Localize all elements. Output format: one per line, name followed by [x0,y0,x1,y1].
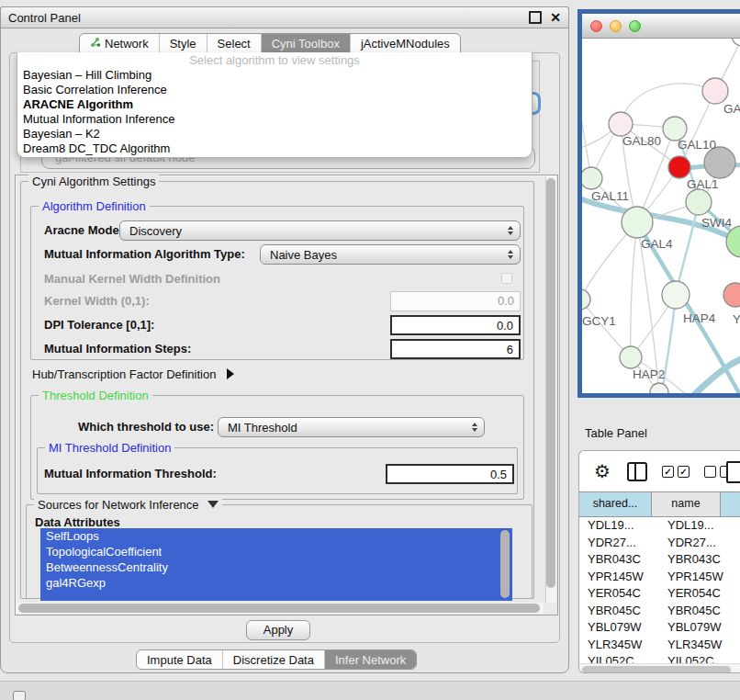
kernel-width-field[interactable]: 0.0 [390,291,521,311]
algorithm-option-dream8-dc-tdc-algorithm[interactable]: Dream8 DC_TDC Algorithm [17,141,532,156]
manual-kernel-checkbox[interactable] [501,273,512,284]
network-node[interactable] [662,281,690,309]
table-row[interactable]: YER054CYER054C8. [579,585,740,603]
table-cell: YPR145W [659,569,735,586]
algorithm-option-aracne-algorithm[interactable]: ARACNE Algorithm [17,97,532,112]
table-row[interactable]: YBR045CYBR045C9. [579,603,740,620]
dpi-tolerance-field[interactable]: 0.0 [390,315,521,335]
float-window-icon[interactable] [529,11,542,24]
settings-gear-icon[interactable]: ⚙ [594,462,611,480]
table-row[interactable]: YDL19...YDL19...13 [579,517,740,535]
algorithm-option-mutual-information-inference[interactable]: Mutual Information Inference [17,112,532,127]
close-icon[interactable]: ✕ [550,13,561,22]
horizontal-scrollbar-thumb[interactable] [18,604,540,613]
checked-box-icon: ✓ [662,466,674,478]
node-label-gal80: GAL80 [622,134,661,148]
tab-impute-data[interactable]: Impute Data [137,650,222,669]
column-header-2[interactable] [721,492,740,516]
network-node[interactable] [582,167,602,189]
mi-steps-field[interactable]: 6 [390,339,521,359]
network-canvas[interactable]: GALGAL80GAL10GAL1GAL11SWI4GAL4GCY1HAP4YH… [582,39,740,393]
panel-toggle-icon[interactable] [13,691,26,700]
which-threshold-combo[interactable]: MI Threshold [218,417,485,437]
network-node[interactable] [686,189,712,215]
table-cell: 9 [735,653,740,663]
expanded-arrow-icon[interactable] [207,501,219,508]
column-header-name[interactable]: name [652,492,721,516]
table-cell: 8. [735,585,740,603]
algorithm-option-bayesian-hill-climbing[interactable]: Bayesian – Hill Climbing [17,68,532,83]
network-node[interactable] [723,283,740,307]
network-node[interactable] [732,39,740,46]
network-node[interactable] [609,112,633,136]
node-label-gal11: GAL11 [591,189,629,203]
aracne-mode-combo[interactable]: Discovery [119,220,521,241]
close-traffic-light-icon[interactable] [590,20,602,32]
attribute-item-topologicalcoefficient[interactable]: TopologicalCoefficient [40,544,512,559]
table-row[interactable]: YBL079WYBL079W [579,619,740,637]
network-node[interactable] [704,147,735,178]
table-cell: YER054C [659,585,735,603]
tab-jactivemnodules[interactable]: jActiveMNodules [350,34,460,52]
column-header-shared[interactable]: shared... [579,492,652,516]
table-cell: YDL19... [659,517,735,535]
tab-style[interactable]: Style [159,34,207,52]
mi-threshold-field[interactable]: 0.5 [386,464,514,484]
attribute-item-gal4rgexp[interactable]: gal4RGexp [40,575,512,591]
minimize-traffic-light-icon[interactable] [610,20,622,32]
attribute-item-betweennesscentrality[interactable]: BetweennessCentrality [40,559,512,575]
table-panel-title: Table Panel [585,426,647,440]
network-window-titlebar[interactable] [582,14,740,39]
table-row[interactable]: YDR27...YDR27...12 [579,535,740,552]
tab-select[interactable]: Select [207,34,261,52]
tab-infer-network[interactable]: Infer Network [324,650,416,669]
group-title: Sources for Network Inference [34,498,222,512]
attribute-item-partial[interactable] [40,591,512,601]
document-icon[interactable] [726,461,740,483]
algorithm-option-bayesian-k2[interactable]: Bayesian – K2 [17,127,532,141]
network-node[interactable] [622,207,653,238]
data-attributes-list[interactable]: SelfLoopsTopologicalCoefficientBetweenne… [40,528,512,601]
list-scrollbar-thumb[interactable] [500,530,510,598]
network-node[interactable] [668,156,690,178]
select-all-checked-icon[interactable]: ✓ ✓ [662,466,690,478]
network-edge [690,356,740,393]
aracne-mode-value: Discovery [129,224,182,238]
table-body: YDL19...YDL19...13YDR27...YDR27...12YBR0… [579,517,740,663]
table-row[interactable]: YIL052CYIL052C9 [579,653,740,663]
vertical-scrollbar-thumb[interactable] [546,178,555,588]
network-node[interactable] [582,289,590,310]
network-view-window[interactable]: GALGAL80GAL10GAL1GAL11SWI4GAL4GCY1HAP4YH… [577,9,740,398]
table-cell: YBL079W [659,619,735,637]
tab-cyni-toolbox[interactable]: Cyni Toolbox [261,34,350,52]
table-row[interactable]: YLR345WYLR345W9. [579,637,740,654]
algorithm-options-list: Bayesian – Hill ClimbingBasic Correlatio… [17,68,532,156]
group-title: Cyni Algorithm Settings [28,175,159,188]
apply-button[interactable]: Apply [246,620,310,640]
network-icon [90,34,101,53]
aracne-mode-label: Aracne Mode: [44,220,123,241]
tab-discretize-data[interactable]: Discretize Data [222,650,324,669]
node-label-swi4: SWI4 [701,216,732,230]
zoom-traffic-light-icon[interactable] [629,20,641,32]
tab-network[interactable]: Network [80,34,159,52]
table-cell: 12 [735,535,740,552]
table-scrollbar-thumb[interactable] [582,666,731,673]
column-view-icon[interactable] [627,462,647,481]
table-cell: YDL19... [579,517,659,535]
table-row[interactable]: YPR145WYPR145W9. [579,569,740,586]
network-node[interactable] [620,346,642,368]
table-cell: YDR27... [659,535,735,552]
table-cell: YBR043C [659,551,735,569]
hub-definition-expander[interactable]: Hub/Transcription Factor Definition [32,367,234,382]
table-horizontal-scrollbar[interactable] [579,663,740,673]
checked-box-icon: ✓ [678,466,690,478]
table-row[interactable]: YBR043CYBR043C [579,551,740,569]
attribute-item-selfloops[interactable]: SelfLoops [40,528,512,544]
network-node[interactable] [702,78,728,104]
table-cell: YPR145W [579,569,659,586]
mi-type-combo[interactable]: Naive Bayes [260,244,521,265]
table-cell [735,619,740,637]
node-label-gal4: GAL4 [641,237,673,251]
algorithm-option-basic-correlation-inference[interactable]: Basic Correlation Inference [17,83,532,97]
